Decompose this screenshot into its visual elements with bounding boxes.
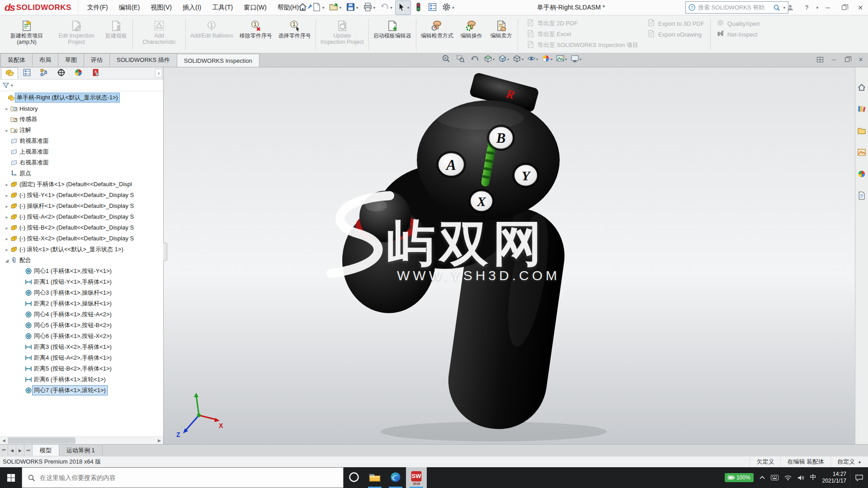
apply-scene-dropdown-icon[interactable]: ▾ [565,57,567,61]
save-button[interactable]: ▾ [344,0,360,15]
volume-icon[interactable] [797,475,804,481]
open-button[interactable]: ▾ [327,0,344,15]
tree-item-mate-concentric-7[interactable]: 同心7 (手柄体<1>,滚轮<1>) [0,385,163,396]
taskpane-view-palette-button[interactable] [857,148,867,158]
tree-item-mate-distance-5[interactable]: 距离5 (按钮-B<2>,手柄体<1>) [0,363,163,374]
menu-tools[interactable]: 工具(T) [207,0,238,15]
panel-tab-propertymanager[interactable] [18,67,35,79]
options-button[interactable]: ▾ [440,0,456,15]
panel-tab-featuremanager[interactable] [1,67,18,79]
tree-item-part-wheel[interactable]: ▸(-) 滚轮<1> (默认<<默认>_显示状态 1>) [0,244,163,255]
doc-minimize-button[interactable]: ─ [829,56,838,64]
previous-view-button[interactable] [470,54,480,64]
scroll-left-icon[interactable]: ◀ [0,438,8,443]
taskbar-solidworks-button[interactable]: SW2018 [406,467,427,488]
select-button[interactable]: ▾ [395,0,411,15]
print-dropdown-icon[interactable]: ▾ [373,5,376,10]
doc-tab-next-icon[interactable]: ▶ [16,445,24,456]
panel-tab-inspectionmanager[interactable]: S8 [87,67,104,79]
minimize-button[interactable]: ─ [821,1,835,14]
scrollbar-thumb[interactable] [8,437,75,444]
action-center-button[interactable] [850,467,868,488]
ime-indicator[interactable]: 中 [810,474,816,482]
expand-arrow-icon[interactable]: ▸ [4,215,10,220]
restore-button[interactable] [837,1,851,14]
expand-arrow-icon[interactable]: ▸ [4,204,10,209]
tab-assembly[interactable]: 装配体 [0,53,33,67]
panel-horizontal-scrollbar[interactable]: ◀ ▶ [0,436,163,444]
tree-item-root-assembly[interactable]: 单手柄-Right (默认<默认_显示状态-1>) [0,92,163,103]
tree-item-mate-concentric-6[interactable]: 同心6 (手柄体<1>,按钮-X<2>) [0,331,163,342]
doc-tab-prev-icon[interactable]: ◀ [8,445,16,456]
select-balloons-button[interactable]: 1选择零件序号 [275,17,314,52]
tree-item-part-button-a[interactable]: ▸(-) 按钮-A<2> (Default<<Default>_Display … [0,211,163,222]
tray-chevron-up-icon[interactable] [760,476,765,479]
touch-keyboard-icon[interactable] [771,475,778,480]
section-view-button[interactable]: ▾ [484,54,494,64]
taskbar-edge-button[interactable] [385,467,406,488]
tree-item-mate-distance-6[interactable]: 距离6 (手柄体<1>,滚轮<1>) [0,374,163,385]
tree-item-mate-concentric-4[interactable]: 同心4 (手柄体<1>,按钮-A<2>) [0,309,163,320]
doc-tab-first-icon[interactable]: ⏮ [0,445,8,456]
section-view-dropdown-icon[interactable]: ▾ [493,57,495,61]
new-document-button[interactable]: ▾ [310,0,326,15]
tree-filter-row[interactable]: ▾ [0,80,163,91]
tab-evaluate[interactable]: 评估 [84,53,110,67]
expand-arrow-icon[interactable]: ▸ [4,128,10,133]
scroll-right-icon[interactable]: ▶ [156,438,163,443]
zoom-area-button[interactable] [455,54,465,64]
doc-close-button[interactable]: ✕ [856,56,865,64]
select-dropdown-icon[interactable]: ▾ [407,5,410,10]
hide-show-items-dropdown-icon[interactable]: ▾ [536,57,538,61]
expand-arrow-icon[interactable]: ◢ [4,258,10,263]
controller-3d-model[interactable]: R B A [164,67,854,444]
tree-item-part-button-y[interactable]: ▸(-) 按钮-Y<1> (Default<<Default>_Display … [0,190,163,201]
expand-arrow-icon[interactable]: ▸ [4,193,10,198]
menu-insert[interactable]: 插入(I) [177,0,207,15]
edit-appearance-button[interactable]: ▾ [542,54,552,64]
remove-balloons-button[interactable]: 1移除零件序号 [236,17,275,52]
expand-arrow-icon[interactable]: ▸ [4,225,10,230]
new-document-dropdown-icon[interactable]: ▾ [322,5,325,10]
options-dropdown-icon[interactable]: ▾ [452,5,454,10]
tree-item-mate-concentric-1[interactable]: 同心1 (手柄体<1>,按钮-Y<1>) [0,266,163,277]
expand-arrow-icon[interactable]: ▸ [4,182,10,187]
help-button[interactable]: ? [800,1,813,14]
doc-tab-last-icon[interactable]: ⏭ [24,445,33,456]
view-orientation-button[interactable]: ▾ [499,54,509,64]
tree-item-top-plane[interactable]: 上视基准面 [0,146,163,157]
tab-layout[interactable]: 布局 [32,53,58,67]
custom-dropdown-icon[interactable]: ▲ [858,460,862,464]
network-icon[interactable] [784,475,792,480]
filter-dropdown-icon[interactable]: ▾ [11,83,13,88]
launch-template-editor-button[interactable]: 启动模板编辑器 [370,17,415,52]
tree-item-mates-folder[interactable]: ◢配合 [0,255,163,266]
tree-item-front-plane[interactable]: 前视基准面 [0,136,163,146]
graphics-viewport[interactable]: R B A [164,67,855,444]
tree-item-mate-distance-4[interactable]: 距离4 (按钮-A<2>,手柄体<1>) [0,352,163,363]
menu-file[interactable]: 文件(F) [82,0,113,15]
tree-item-mate-distance-3[interactable]: 距离3 (按钮-X<2>,手柄体<1>) [0,342,163,352]
display-style-button[interactable]: ▾ [513,54,523,64]
expand-arrow-icon[interactable]: ▸ [4,106,10,111]
tree-item-annotations[interactable]: ▸A注解 [0,125,163,136]
view-orientation-dropdown-icon[interactable]: ▾ [507,57,509,61]
undo-dropdown-icon[interactable]: ▾ [390,5,392,10]
battery-indicator[interactable]: 100% [725,473,754,482]
doc-tab-motion-study[interactable]: 运动算例 1 [59,445,103,456]
taskbar-file-explorer-button[interactable] [364,467,385,488]
panel-tab-configurationmanager[interactable] [35,67,52,79]
home-button[interactable] [296,0,309,15]
tab-sketch[interactable]: 草图 [58,53,84,67]
new-inspection-project-button[interactable]: 新建检查项目(amp;N) [2,17,52,52]
apply-scene-button[interactable]: ▾ [557,54,566,64]
tree-item-sensors[interactable]: 传感器 [0,114,163,125]
menu-view[interactable]: 视图(V) [145,0,177,15]
undo-button[interactable]: ▾ [378,0,394,15]
tree-item-mate-distance-1[interactable]: 距离1 (按钮-Y<1>,手柄体<1>) [0,277,163,287]
edit-operation-button[interactable]: 编辑操作 [457,17,486,52]
doc-tab-model[interactable]: 模型 [33,445,59,456]
save-dropdown-icon[interactable]: ▾ [356,5,359,10]
display-style-dropdown-icon[interactable]: ▾ [522,57,524,61]
scrollbar-track[interactable] [8,437,156,444]
